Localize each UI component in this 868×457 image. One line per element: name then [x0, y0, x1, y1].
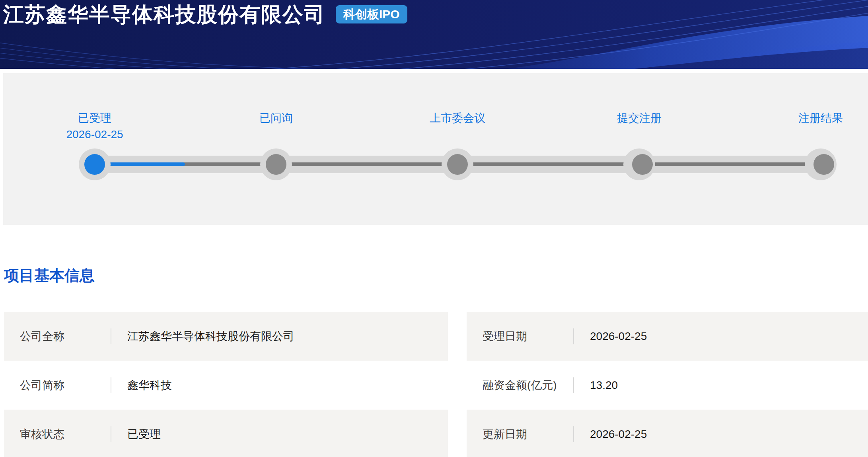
info-row-company-full-name: 公司全称 江苏鑫华半导体科技股份有限公司: [4, 312, 448, 361]
timeline-step-listing-committee: 上市委会议: [390, 112, 525, 125]
info-value: 13.20: [574, 379, 618, 392]
timeline-node-submit-registration: [632, 154, 653, 175]
timeline-node-listing-committee: [447, 154, 468, 175]
page: 江苏鑫华半导体科技股份有限公司 科创板IPO 已受理 2026-02-25 已问…: [0, 0, 868, 457]
info-label: 融资金额(亿元): [467, 378, 573, 393]
info-value: 2026-02-25: [574, 330, 647, 343]
info-value: 鑫华科技: [111, 378, 172, 393]
info-label: 审核状态: [4, 427, 111, 442]
step-label: 提交注册: [572, 112, 707, 125]
info-column-right: 受理日期 2026-02-25 融资金额(亿元) 13.20 更新日期 2026…: [467, 312, 868, 457]
info-row-financing-amount: 融资金额(亿元) 13.20: [467, 361, 868, 410]
audit-progress-panel: 已受理 2026-02-25 已问询 上市委会议 提交注册 注册结果: [3, 73, 868, 225]
info-label: 公司简称: [4, 378, 111, 393]
timeline-step-registration-result: 注册结果: [753, 112, 868, 125]
info-value: 江苏鑫华半导体科技股份有限公司: [111, 329, 294, 344]
timeline-node-accepted: [84, 154, 105, 175]
info-value: 2026-02-25: [574, 428, 647, 441]
step-label: 已问询: [208, 112, 344, 125]
info-value: 已受理: [111, 427, 161, 442]
info-row-acceptance-date: 受理日期 2026-02-25: [467, 312, 868, 361]
market-board-badge: 科创板IPO: [336, 5, 407, 23]
info-label: 受理日期: [467, 329, 573, 344]
info-label: 更新日期: [467, 427, 573, 442]
company-name-title: 江苏鑫华半导体科技股份有限公司: [3, 4, 325, 25]
header-content: 江苏鑫华半导体科技股份有限公司 科创板IPO: [3, 4, 407, 25]
info-row-company-short-name: 公司简称 鑫华科技: [4, 361, 448, 410]
info-column-left: 公司全称 江苏鑫华半导体科技股份有限公司 公司简称 鑫华科技 审核状态 已受理: [4, 312, 448, 457]
basic-info-grid: 公司全称 江苏鑫华半导体科技股份有限公司 公司简称 鑫华科技 审核状态 已受理: [4, 312, 868, 457]
timeline-step-accepted: 已受理 2026-02-25: [27, 112, 162, 141]
step-date: 2026-02-25: [27, 128, 162, 141]
info-row-audit-status: 审核状态 已受理: [4, 410, 448, 457]
info-row-update-date: 更新日期 2026-02-25: [467, 410, 868, 457]
timeline-step-submit-registration: 提交注册: [572, 112, 707, 125]
timeline-node-inquired: [266, 154, 286, 175]
timeline-node-registration-result: [814, 154, 834, 175]
page-header: 江苏鑫华半导体科技股份有限公司 科创板IPO: [0, 0, 868, 69]
step-label: 上市委会议: [390, 112, 525, 125]
section-title-basic-info: 项目基本信息: [4, 268, 95, 284]
info-label: 公司全称: [4, 329, 111, 344]
step-label: 已受理: [27, 112, 162, 125]
timeline-step-inquired: 已问询: [208, 112, 344, 125]
step-label: 注册结果: [753, 112, 868, 125]
